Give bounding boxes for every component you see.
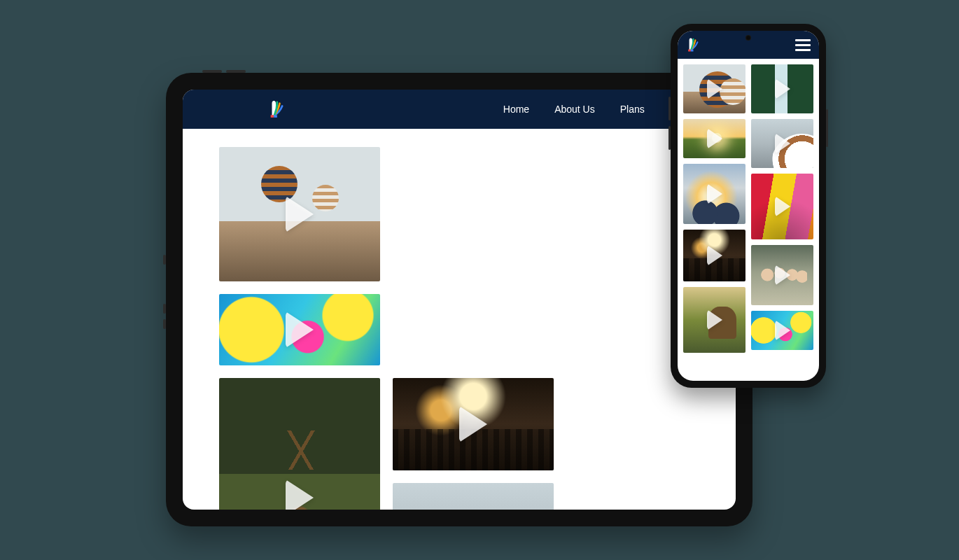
tablet-side-button	[163, 304, 166, 314]
tablet-header: Home About Us Plans Contact	[183, 90, 736, 129]
tablet-top-button	[202, 70, 222, 73]
nav-about-us[interactable]: About Us	[554, 104, 595, 115]
phone-gallery	[678, 59, 819, 381]
video-dog[interactable]	[751, 119, 813, 168]
tablet-gallery	[183, 129, 736, 510]
play-icon	[707, 183, 722, 204]
play-icon	[775, 133, 790, 154]
tablet-side-button	[163, 255, 166, 265]
tablet-device-frame: Home About Us Plans Contact	[166, 73, 752, 526]
video-waterfall[interactable]	[751, 64, 813, 113]
video-color-festival[interactable]	[751, 311, 813, 350]
svg-rect-1	[274, 115, 277, 118]
video-deer[interactable]	[683, 287, 746, 353]
video-friends[interactable]	[751, 245, 813, 305]
play-icon	[775, 78, 790, 99]
video-tulips[interactable]	[751, 174, 813, 239]
menu-icon[interactable]	[795, 39, 811, 51]
video-sunrise[interactable]	[683, 164, 746, 224]
video-color-festival[interactable]	[219, 294, 380, 365]
video-deer[interactable]	[219, 378, 380, 510]
svg-rect-0	[271, 115, 274, 118]
brand-logo-icon	[686, 37, 699, 52]
video-hot-air-balloons[interactable]	[219, 147, 380, 281]
phone-screen	[678, 31, 819, 381]
video-concert[interactable]	[683, 230, 746, 281]
video-dog[interactable]	[393, 483, 554, 510]
nav-home[interactable]: Home	[503, 104, 529, 115]
phone-side-button	[826, 109, 828, 147]
svg-rect-2	[688, 50, 691, 52]
phone-camera-hole	[746, 35, 751, 41]
play-icon	[707, 78, 722, 99]
video-thumbnail	[393, 483, 554, 510]
play-icon	[707, 309, 722, 330]
tablet-side-button	[163, 319, 166, 329]
play-icon	[707, 245, 722, 266]
video-hot-air-balloons[interactable]	[683, 64, 746, 113]
tablet-top-button	[226, 70, 246, 73]
play-icon	[286, 479, 314, 510]
play-icon	[775, 196, 790, 217]
nav-plans[interactable]: Plans	[620, 104, 645, 115]
video-field-sunset[interactable]	[683, 119, 746, 158]
tablet-screen: Home About Us Plans Contact	[183, 90, 736, 510]
phone-side-button	[668, 126, 671, 150]
play-icon	[286, 196, 314, 232]
play-icon	[286, 312, 314, 348]
video-concert[interactable]	[393, 378, 554, 470]
phone-side-button	[668, 97, 671, 120]
phone-device-frame	[671, 24, 826, 388]
play-icon	[775, 320, 790, 341]
play-icon	[775, 265, 790, 286]
brand-logo-icon	[268, 99, 284, 119]
svg-rect-3	[691, 50, 694, 52]
play-icon	[707, 128, 722, 149]
play-icon	[459, 406, 487, 442]
